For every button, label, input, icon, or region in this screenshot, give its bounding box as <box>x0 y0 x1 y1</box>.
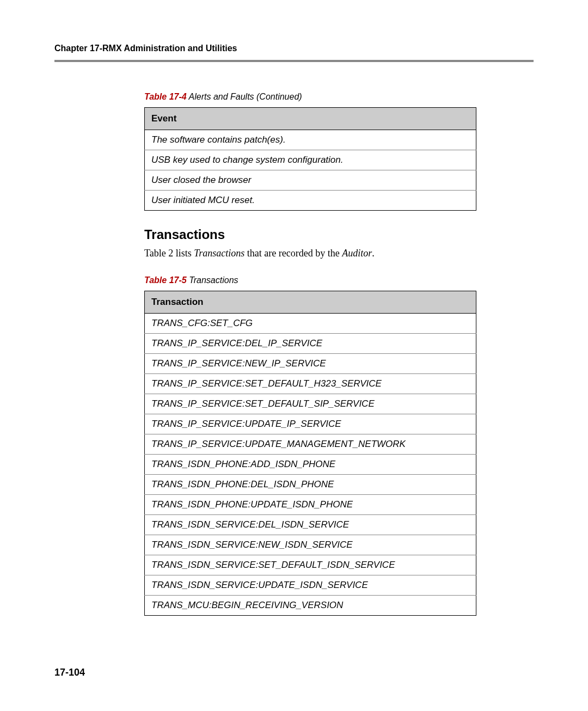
body-em2: Auditor <box>342 248 372 259</box>
table2-cell: TRANS_ISDN_SERVICE:NEW_ISDN_SERVICE <box>145 535 476 555</box>
chapter-title: Chapter 17-RMX Administration and Utilit… <box>54 44 534 53</box>
table-row: TRANS_IP_SERVICE:NEW_IP_SERVICE <box>145 354 476 374</box>
alerts-faults-table: Event The software contains patch(es). U… <box>144 107 476 211</box>
body-mid: that are recorded by the <box>244 248 342 259</box>
table2-cell: TRANS_CFG:SET_CFG <box>145 314 476 334</box>
table2-caption: Table 17-5 Transactions <box>144 275 534 285</box>
table-row: TRANS_IP_SERVICE:UPDATE_IP_SERVICE <box>145 414 476 434</box>
body-em1: Transactions <box>194 248 244 259</box>
table2-cell: TRANS_ISDN_PHONE:UPDATE_ISDN_PHONE <box>145 495 476 515</box>
table-row: TRANS_ISDN_PHONE:ADD_ISDN_PHONE <box>145 455 476 475</box>
table1-caption-text: Alerts and Faults (Continued) <box>189 92 302 101</box>
section-heading-transactions: Transactions <box>144 227 534 242</box>
table-row: TRANS_IP_SERVICE:SET_DEFAULT_H323_SERVIC… <box>145 374 476 394</box>
table1-cell: The software contains patch(es). <box>145 130 476 150</box>
table2-cell: TRANS_ISDN_PHONE:DEL_ISDN_PHONE <box>145 475 476 495</box>
table-row: TRANS_ISDN_SERVICE:NEW_ISDN_SERVICE <box>145 535 476 555</box>
table-row: TRANS_ISDN_PHONE:UPDATE_ISDN_PHONE <box>145 495 476 515</box>
table1-caption: Table 17-4 Alerts and Faults (Continued) <box>144 92 534 102</box>
transactions-table: Transaction TRANS_CFG:SET_CFG TRANS_IP_S… <box>144 291 476 616</box>
table2-caption-num: Table 17-5 <box>144 275 187 285</box>
table-row: TRANS_ISDN_SERVICE:SET_DEFAULT_ISDN_SERV… <box>145 555 476 575</box>
table-row: TRANS_IP_SERVICE:DEL_IP_SERVICE <box>145 334 476 354</box>
table2-cell: TRANS_IP_SERVICE:DEL_IP_SERVICE <box>145 334 476 354</box>
table2-cell: TRANS_ISDN_SERVICE:DEL_ISDN_SERVICE <box>145 515 476 535</box>
table-row: TRANS_CFG:SET_CFG <box>145 314 476 334</box>
body-prefix: Table 2 lists <box>144 248 194 259</box>
table1-cell: User initiated MCU reset. <box>145 191 476 211</box>
table2-cell: TRANS_IP_SERVICE:SET_DEFAULT_SIP_SERVICE <box>145 394 476 414</box>
table-row: TRANS_ISDN_SERVICE:UPDATE_ISDN_SERVICE <box>145 575 476 596</box>
table1-cell: User closed the browser <box>145 170 476 191</box>
table-row: TRANS_IP_SERVICE:UPDATE_MANAGEMENT_NETWO… <box>145 434 476 455</box>
table1-cell: USB key used to change system configurat… <box>145 150 476 170</box>
table-row: TRANS_IP_SERVICE:SET_DEFAULT_SIP_SERVICE <box>145 394 476 414</box>
table-row: User closed the browser <box>145 170 476 191</box>
table2-cell: TRANS_IP_SERVICE:SET_DEFAULT_H323_SERVIC… <box>145 374 476 394</box>
header-divider <box>54 60 534 62</box>
table2-cell: TRANS_IP_SERVICE:UPDATE_MANAGEMENT_NETWO… <box>145 434 476 455</box>
table-row: User initiated MCU reset. <box>145 191 476 211</box>
table-row: TRANS_ISDN_SERVICE:DEL_ISDN_SERVICE <box>145 515 476 535</box>
table1-caption-num: Table 17-4 <box>144 92 187 101</box>
table2-header: Transaction <box>145 291 476 314</box>
table2-caption-text: Transactions <box>189 275 238 285</box>
table-row: TRANS_ISDN_PHONE:DEL_ISDN_PHONE <box>145 475 476 495</box>
table-row: The software contains patch(es). <box>145 130 476 150</box>
body-paragraph: Table 2 lists Transactions that are reco… <box>144 248 534 259</box>
table2-cell: TRANS_MCU:BEGIN_RECEIVING_VERSION <box>145 596 476 616</box>
table-row: TRANS_MCU:BEGIN_RECEIVING_VERSION <box>145 596 476 616</box>
table2-cell: TRANS_ISDN_SERVICE:UPDATE_ISDN_SERVICE <box>145 575 476 596</box>
table-row: USB key used to change system configurat… <box>145 150 476 170</box>
table2-cell: TRANS_ISDN_PHONE:ADD_ISDN_PHONE <box>145 455 476 475</box>
table2-cell: TRANS_IP_SERVICE:UPDATE_IP_SERVICE <box>145 414 476 434</box>
page-number: 17-104 <box>54 667 85 678</box>
table2-cell: TRANS_ISDN_SERVICE:SET_DEFAULT_ISDN_SERV… <box>145 555 476 575</box>
table1-header: Event <box>145 108 476 130</box>
body-suffix: . <box>372 248 375 259</box>
table2-cell: TRANS_IP_SERVICE:NEW_IP_SERVICE <box>145 354 476 374</box>
